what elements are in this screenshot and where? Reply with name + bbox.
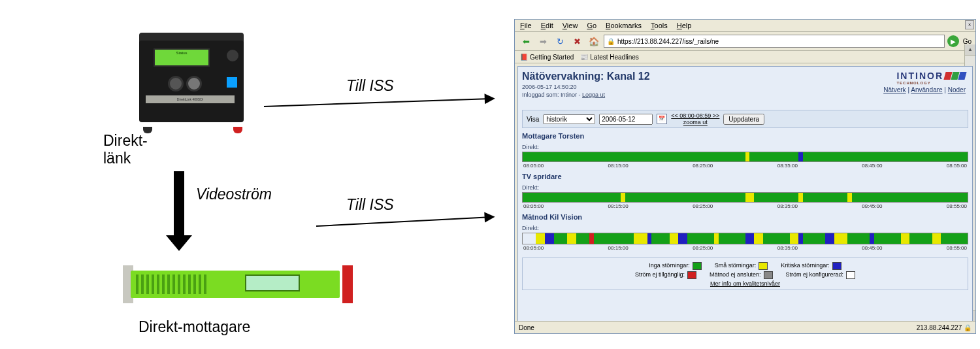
app-nav-links: Nätverk | Användare | Noder <box>883 86 966 93</box>
menu-go[interactable]: Go <box>587 22 596 29</box>
swatch-grey-icon <box>764 271 773 279</box>
node-title: Mottagare Torsten <box>522 132 968 140</box>
bookmark-getting-started[interactable]: 📕Getting Started <box>520 54 574 61</box>
swatch-red-icon <box>687 271 696 279</box>
swatch-green-icon <box>693 262 702 270</box>
bookmarks-bar: 📕Getting Started 📰Latest Headlines <box>515 51 975 63</box>
receiver-label: Direkt-mottagare <box>139 318 250 336</box>
node-direkt-label: Direkt: <box>522 144 539 150</box>
back-button[interactable]: ⬅ <box>519 34 533 48</box>
visa-label: Visa <box>527 116 539 123</box>
menu-bookmarks[interactable]: Bookmarks <box>606 22 642 29</box>
swatch-white-icon <box>846 271 855 279</box>
calendar-icon[interactable]: 📅 <box>657 114 667 124</box>
link-natverk[interactable]: Nätverk <box>883 86 906 93</box>
address-bar[interactable]: 🔒 https://213.88.244.227/iss/_rails/ne <box>604 35 945 48</box>
lock-icon: 🔒 <box>964 324 972 331</box>
intinor-logo-text: INTINORTECHNOLOGY <box>896 71 943 85</box>
swatch-blue-icon <box>832 262 841 270</box>
direktlank-device: Status DirektLink 400SDI <box>134 33 252 129</box>
window-close-icon[interactable]: × <box>965 20 974 29</box>
menu-file[interactable]: File <box>520 22 532 29</box>
node-direkt-label: Direkt: <box>522 225 539 231</box>
scroll-up-button[interactable]: ▲ <box>965 44 975 56</box>
node-direkt-label: Direkt: <box>522 184 539 191</box>
more-info-link[interactable]: Mer info om kvalitetsnivåer <box>528 280 962 287</box>
swatch-yellow-icon <box>759 262 768 270</box>
menu-view[interactable]: View <box>563 22 578 29</box>
logout-link[interactable]: Logga ut <box>582 91 605 98</box>
status-host: 213.88.244.227 🔒 <box>917 324 972 331</box>
nav-toolbar: ⬅ ➡ ↻ ✖ 🏠 🔒 https://213.88.244.227/iss/_… <box>515 32 975 51</box>
time-axis: 08:05:0008:15:0008:25:0008:35:0008:45:00… <box>522 163 968 169</box>
reload-button[interactable]: ↻ <box>553 34 567 48</box>
menu-tools[interactable]: Tools <box>651 22 668 29</box>
intinor-logo-icon <box>945 72 966 80</box>
menu-help[interactable]: Help <box>677 22 692 29</box>
time-axis: 08:05:0008:15:0008:25:0008:35:0008:45:00… <box>522 245 968 251</box>
quality-bar <box>522 192 968 203</box>
direkt-mottagare-device <box>124 259 353 310</box>
rss-icon: 📰 <box>580 54 588 61</box>
mode-select[interactable]: historik <box>543 114 595 124</box>
stop-button[interactable]: ✖ <box>570 34 584 48</box>
status-bar: Done 213.88.244.227 🔒 <box>515 321 975 333</box>
till-iss-label-2: Till ISS <box>346 196 394 214</box>
link-anvandare[interactable]: Användare <box>911 86 942 93</box>
forward-button[interactable]: ➡ <box>536 34 550 48</box>
zoom-out-link[interactable]: zooma ut <box>683 119 708 125</box>
quality-bar <box>522 233 968 244</box>
lock-icon: 🔒 <box>607 38 615 45</box>
url-text: https://213.88.244.227/iss/_rails/ne <box>617 38 719 45</box>
node-tv-spridare: TV spridare Direkt: 08:05:0008:15:0008:2… <box>522 173 968 209</box>
date-input[interactable] <box>599 114 653 125</box>
videostream-label: Videoström <box>196 186 272 203</box>
history-controls: Visa historik 📅 << 08:00-08:59 >> zooma … <box>522 110 968 128</box>
till-iss-label-1: Till ISS <box>346 77 394 95</box>
home-button[interactable]: 🏠 <box>587 34 601 48</box>
go-button[interactable]: ▶ <box>947 35 959 47</box>
browser-window: × File Edit View Go Bookmarks Tools Help… <box>514 19 976 334</box>
window-controls: × <box>965 20 974 29</box>
encoder-lcd: Status <box>154 48 210 67</box>
encoder-label: Direkt- länk <box>103 132 148 167</box>
quality-legend: Inga störningar: Små störningar: Kritisk… <box>522 258 968 290</box>
bookmark-latest-headlines[interactable]: 📰Latest Headlines <box>580 54 639 61</box>
arrow-to-iss-top <box>264 98 486 107</box>
go-label: Go <box>963 38 972 45</box>
node-matnod-kil-vision: Mätnod Kil Vision Direkt: <box>522 213 968 251</box>
menu-bar: File Edit View Go Bookmarks Tools Help <box>515 20 975 32</box>
bookmark-icon: 📕 <box>520 54 528 61</box>
node-title: TV spridare <box>522 173 968 180</box>
menu-edit[interactable]: Edit <box>541 22 553 29</box>
arrow-videostream <box>174 171 184 237</box>
arrow-to-iss-bottom <box>316 216 486 227</box>
status-text: Done <box>519 324 534 331</box>
link-noder[interactable]: Noder <box>948 86 966 93</box>
quality-bar <box>522 152 968 162</box>
update-button[interactable]: Uppdatera <box>723 114 764 125</box>
time-axis: 08:05:0008:15:0008:25:0008:35:0008:45:00… <box>522 203 968 209</box>
app-panel: INTINORTECHNOLOGY Nätövervakning: Kanal … <box>517 66 973 326</box>
node-title: Mätnod Kil Vision <box>522 213 968 221</box>
time-range-nav[interactable]: << 08:00-08:59 >> <box>671 112 719 119</box>
node-mottagare-torsten: Mottagare Torsten Direkt: 08:05:0008:15:… <box>522 132 968 169</box>
